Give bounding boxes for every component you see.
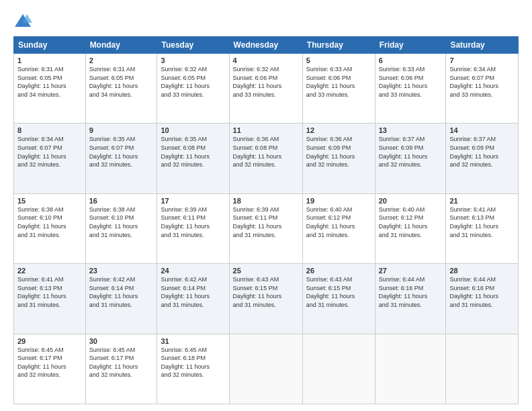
- day-number: 18: [233, 197, 299, 205]
- day-number: 1: [17, 56, 82, 64]
- day-info: Sunrise: 6:43 AM Sunset: 6:15 PM Dayligh…: [306, 275, 371, 309]
- calendar-cell: 30Sunrise: 6:45 AM Sunset: 6:17 PM Dayli…: [85, 334, 157, 404]
- calendar-cell: 4Sunrise: 6:32 AM Sunset: 6:06 PM Daylig…: [229, 54, 302, 124]
- calendar-table: SundayMondayTuesdayWednesdayThursdayFrid…: [13, 36, 519, 404]
- calendar-header-row: SundayMondayTuesdayWednesdayThursdayFrid…: [14, 37, 519, 54]
- day-info: Sunrise: 6:31 AM Sunset: 6:05 PM Dayligh…: [17, 65, 82, 99]
- day-number: 5: [306, 56, 371, 64]
- calendar-cell: 31Sunrise: 6:45 AM Sunset: 6:18 PM Dayli…: [157, 334, 229, 404]
- weekday-header: Thursday: [302, 37, 375, 54]
- day-info: Sunrise: 6:45 AM Sunset: 6:18 PM Dayligh…: [161, 346, 225, 379]
- day-number: 26: [306, 267, 371, 275]
- day-info: Sunrise: 6:42 AM Sunset: 6:14 PM Dayligh…: [89, 275, 154, 309]
- day-number: 8: [17, 126, 82, 134]
- day-number: 20: [379, 197, 443, 205]
- calendar-cell: 19Sunrise: 6:40 AM Sunset: 6:12 PM Dayli…: [302, 193, 375, 263]
- calendar-cell: 28Sunrise: 6:44 AM Sunset: 6:16 PM Dayli…: [446, 264, 519, 334]
- calendar-cell: 17Sunrise: 6:39 AM Sunset: 6:11 PM Dayli…: [157, 193, 229, 263]
- calendar-cell: [375, 334, 446, 404]
- weekday-header: Wednesday: [229, 37, 302, 54]
- weekday-header: Friday: [375, 37, 446, 54]
- day-number: 4: [233, 56, 299, 64]
- calendar-cell: 16Sunrise: 6:38 AM Sunset: 6:10 PM Dayli…: [85, 193, 157, 263]
- day-info: Sunrise: 6:36 AM Sunset: 6:09 PM Dayligh…: [306, 135, 371, 169]
- day-info: Sunrise: 6:41 AM Sunset: 6:13 PM Dayligh…: [17, 275, 82, 309]
- day-number: 29: [17, 337, 82, 345]
- day-info: Sunrise: 6:33 AM Sunset: 6:06 PM Dayligh…: [379, 65, 443, 99]
- calendar-cell: 18Sunrise: 6:39 AM Sunset: 6:11 PM Dayli…: [229, 193, 302, 263]
- logo-icon: [13, 12, 32, 31]
- day-number: 30: [89, 337, 154, 345]
- calendar-week-row: 15Sunrise: 6:38 AM Sunset: 6:10 PM Dayli…: [14, 193, 519, 263]
- day-number: 24: [161, 267, 225, 275]
- day-info: Sunrise: 6:38 AM Sunset: 6:10 PM Dayligh…: [17, 205, 82, 239]
- day-info: Sunrise: 6:44 AM Sunset: 6:16 PM Dayligh…: [449, 275, 515, 309]
- day-number: 7: [449, 56, 515, 64]
- calendar-cell: 7Sunrise: 6:34 AM Sunset: 6:07 PM Daylig…: [446, 54, 519, 124]
- weekday-header: Monday: [85, 37, 157, 54]
- day-info: Sunrise: 6:45 AM Sunset: 6:17 PM Dayligh…: [17, 346, 82, 379]
- weekday-header: Saturday: [446, 37, 519, 54]
- day-number: 23: [89, 267, 154, 275]
- day-info: Sunrise: 6:35 AM Sunset: 6:07 PM Dayligh…: [89, 135, 154, 169]
- calendar-cell: 22Sunrise: 6:41 AM Sunset: 6:13 PM Dayli…: [14, 264, 86, 334]
- calendar-week-row: 8Sunrise: 6:34 AM Sunset: 6:07 PM Daylig…: [14, 124, 519, 193]
- day-number: 9: [89, 126, 154, 134]
- day-info: Sunrise: 6:39 AM Sunset: 6:11 PM Dayligh…: [161, 205, 225, 239]
- calendar-cell: [446, 334, 519, 404]
- day-info: Sunrise: 6:32 AM Sunset: 6:06 PM Dayligh…: [233, 65, 299, 99]
- weekday-header: Tuesday: [157, 37, 229, 54]
- day-info: Sunrise: 6:40 AM Sunset: 6:12 PM Dayligh…: [379, 205, 443, 239]
- day-number: 11: [233, 126, 299, 134]
- day-number: 3: [161, 56, 225, 64]
- day-number: 14: [449, 126, 515, 134]
- day-number: 21: [449, 197, 515, 205]
- day-number: 27: [379, 267, 443, 275]
- day-number: 22: [17, 267, 82, 275]
- day-number: 31: [161, 337, 225, 345]
- calendar-cell: 5Sunrise: 6:33 AM Sunset: 6:06 PM Daylig…: [302, 54, 375, 124]
- calendar-cell: 26Sunrise: 6:43 AM Sunset: 6:15 PM Dayli…: [302, 264, 375, 334]
- day-info: Sunrise: 6:42 AM Sunset: 6:14 PM Dayligh…: [161, 275, 225, 309]
- calendar-cell: 2Sunrise: 6:31 AM Sunset: 6:05 PM Daylig…: [85, 54, 157, 124]
- day-info: Sunrise: 6:32 AM Sunset: 6:05 PM Dayligh…: [161, 65, 225, 99]
- logo: [13, 12, 34, 31]
- calendar-cell: 29Sunrise: 6:45 AM Sunset: 6:17 PM Dayli…: [14, 334, 86, 404]
- day-number: 2: [89, 56, 154, 64]
- calendar-cell: 25Sunrise: 6:43 AM Sunset: 6:15 PM Dayli…: [229, 264, 302, 334]
- day-number: 17: [161, 197, 225, 205]
- day-number: 28: [449, 267, 515, 275]
- calendar-cell: 27Sunrise: 6:44 AM Sunset: 6:16 PM Dayli…: [375, 264, 446, 334]
- calendar-week-row: 29Sunrise: 6:45 AM Sunset: 6:17 PM Dayli…: [14, 334, 519, 404]
- calendar-cell: 23Sunrise: 6:42 AM Sunset: 6:14 PM Dayli…: [85, 264, 157, 334]
- calendar-cell: 12Sunrise: 6:36 AM Sunset: 6:09 PM Dayli…: [302, 124, 375, 193]
- calendar-cell: 1Sunrise: 6:31 AM Sunset: 6:05 PM Daylig…: [14, 54, 86, 124]
- day-number: 6: [379, 56, 443, 64]
- day-number: 19: [306, 197, 371, 205]
- day-info: Sunrise: 6:44 AM Sunset: 6:16 PM Dayligh…: [379, 275, 443, 309]
- day-info: Sunrise: 6:34 AM Sunset: 6:07 PM Dayligh…: [449, 65, 515, 99]
- page: SundayMondayTuesdayWednesdayThursdayFrid…: [0, 0, 532, 411]
- day-info: Sunrise: 6:43 AM Sunset: 6:15 PM Dayligh…: [233, 275, 299, 309]
- weekday-header: Sunday: [14, 37, 86, 54]
- calendar-cell: 10Sunrise: 6:35 AM Sunset: 6:08 PM Dayli…: [157, 124, 229, 193]
- day-info: Sunrise: 6:36 AM Sunset: 6:08 PM Dayligh…: [233, 135, 299, 169]
- day-number: 13: [379, 126, 443, 134]
- calendar-cell: 11Sunrise: 6:36 AM Sunset: 6:08 PM Dayli…: [229, 124, 302, 193]
- day-info: Sunrise: 6:41 AM Sunset: 6:13 PM Dayligh…: [449, 205, 515, 239]
- calendar-cell: 3Sunrise: 6:32 AM Sunset: 6:05 PM Daylig…: [157, 54, 229, 124]
- day-info: Sunrise: 6:35 AM Sunset: 6:08 PM Dayligh…: [161, 135, 225, 169]
- calendar-cell: 13Sunrise: 6:37 AM Sunset: 6:09 PM Dayli…: [375, 124, 446, 193]
- calendar-cell: 9Sunrise: 6:35 AM Sunset: 6:07 PM Daylig…: [85, 124, 157, 193]
- day-info: Sunrise: 6:37 AM Sunset: 6:09 PM Dayligh…: [449, 135, 515, 169]
- day-number: 12: [306, 126, 371, 134]
- calendar-week-row: 1Sunrise: 6:31 AM Sunset: 6:05 PM Daylig…: [14, 54, 519, 124]
- calendar-week-row: 22Sunrise: 6:41 AM Sunset: 6:13 PM Dayli…: [14, 264, 519, 334]
- calendar-cell: 24Sunrise: 6:42 AM Sunset: 6:14 PM Dayli…: [157, 264, 229, 334]
- calendar-cell: 20Sunrise: 6:40 AM Sunset: 6:12 PM Dayli…: [375, 193, 446, 263]
- calendar-cell: [229, 334, 302, 404]
- day-info: Sunrise: 6:34 AM Sunset: 6:07 PM Dayligh…: [17, 135, 82, 169]
- calendar-cell: 15Sunrise: 6:38 AM Sunset: 6:10 PM Dayli…: [14, 193, 86, 263]
- day-info: Sunrise: 6:37 AM Sunset: 6:09 PM Dayligh…: [379, 135, 443, 169]
- calendar-cell: 21Sunrise: 6:41 AM Sunset: 6:13 PM Dayli…: [446, 193, 519, 263]
